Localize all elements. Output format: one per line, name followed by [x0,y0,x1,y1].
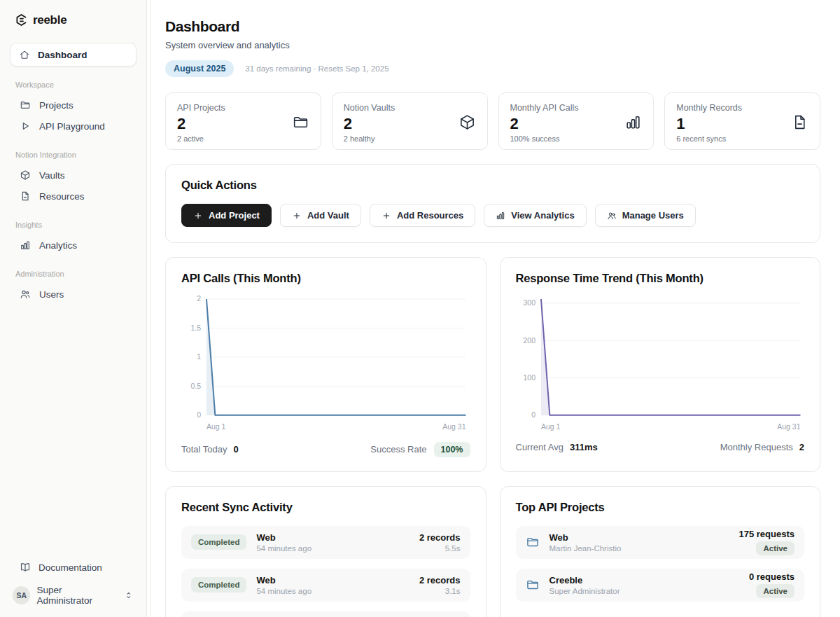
active-badge: Active [756,541,794,555]
response-time-line-chart: 0100200300Aug 1Aug 31 [516,293,805,435]
user-menu[interactable]: SA Super Administrator [10,578,136,606]
stat-card-monthly-records[interactable]: Monthly Records 1 6 recent syncs [664,92,820,150]
period-note: 31 days remaining · Resets Sep 1, 2025 [245,64,388,73]
section-label-administration: Administration [15,270,136,278]
sync-duration: 5.5s [419,544,461,553]
add-resources-button[interactable]: Add Resources [370,204,475,227]
plus-icon [382,211,391,221]
sidebar-item-label: Dashboard [38,50,88,60]
manage-users-button[interactable]: Manage Users [595,204,696,227]
stat-card-api-projects[interactable]: API Projects 2 2 active [165,92,321,150]
sidebar-item-dashboard[interactable]: Dashboard [10,43,136,67]
svg-text:0: 0 [197,411,201,419]
sidebar-item-resources[interactable]: Resources [10,186,136,207]
view-analytics-button[interactable]: View Analytics [484,204,586,227]
quick-actions-title: Quick Actions [181,179,804,192]
stat-cards: API Projects 2 2 active Notion Vaults 2 … [165,92,820,150]
sidebar-item-label: Projects [39,100,74,111]
brand-text: reeble [33,13,66,27]
top-projects-title: Top API Projects [516,501,805,514]
svg-text:Aug 31: Aug 31 [442,423,465,431]
quick-actions-buttons: Add Project Add Vault Add Resources View… [181,204,804,227]
play-icon [20,120,31,132]
project-owner: Martin Jean-Christio [550,544,739,553]
sidebar-item-users[interactable]: Users [10,284,136,305]
users-icon [20,289,31,300]
plus-icon [292,211,302,221]
stat-card-notion-vaults[interactable]: Notion Vaults 2 2 healthy [332,92,488,150]
stat-label: Monthly Records [676,103,808,113]
sync-activity-list: Completed Web 54 minutes ago 2 records 5… [181,526,470,617]
svg-text:1.5: 1.5 [190,324,201,332]
stat-sub: 100% success [510,134,643,143]
sidebar-item-label: Analytics [39,240,77,251]
sidebar-item-label: Resources [39,191,85,202]
sync-records: 2 records [419,575,461,585]
stat-label: Notion Vaults [344,103,476,113]
api-calls-chart-panel: API Calls (This Month) 00.511.52Aug 1Aug… [165,257,486,472]
users-icon [607,211,617,221]
stat-label: API Projects [177,103,309,113]
stat-sub: 2 healthy [344,134,476,143]
svg-text:2: 2 [197,295,201,303]
sidebar-item-label: API Playground [39,121,105,132]
section-label-insights: Insights [15,221,136,229]
brand-logo: reeble [10,13,136,27]
chart-title: API Calls (This Month) [181,272,470,285]
sidebar-item-vaults[interactable]: Vaults [10,165,136,186]
svg-text:Aug 1: Aug 1 [206,423,226,431]
svg-text:0.5: 0.5 [190,382,201,390]
success-rate-badge: 100% [434,442,470,457]
period-row: August 2025 31 days remaining · Resets S… [165,60,820,77]
home-icon [19,49,30,60]
footer-value: 2 [799,442,804,452]
project-row[interactable]: Web Martin Jean-Christio 175 requests Ac… [516,526,805,559]
response-time-chart-panel: Response Time Trend (This Month) 0100200… [500,257,821,472]
add-vault-button[interactable]: Add Vault [280,204,361,227]
active-badge: Active [756,584,794,598]
status-badge: Completed [191,577,246,592]
footer-label: Total Today [181,444,227,455]
button-label: Manage Users [622,210,684,221]
plus-icon [193,211,203,221]
project-requests: 175 requests [739,529,795,539]
charts-row: API Calls (This Month) 00.511.52Aug 1Aug… [165,257,820,472]
sync-row[interactable]: Completed Web 54 minutes ago 2 records 5… [181,526,470,559]
sync-name: Web [256,532,419,543]
main-content: Dashboard System overview and analytics … [151,0,840,617]
folder-icon [292,113,309,134]
sync-row-partial[interactable] [181,611,470,617]
sidebar-item-api-playground[interactable]: API Playground [10,116,136,137]
button-label: Add Resources [397,210,463,221]
recent-sync-activity-panel: Recent Sync Activity Completed Web 54 mi… [165,486,486,617]
book-icon [20,562,31,573]
creeble-logo-icon [14,13,29,27]
stat-value: 2 [177,115,309,133]
api-calls-line-chart: 00.511.52Aug 1Aug 31 [181,293,470,435]
quick-actions-panel: Quick Actions Add Project Add Vault Add … [165,164,820,243]
bar-chart-icon [20,240,31,251]
project-name: Creeble [550,575,749,585]
status-badge: Completed [191,534,246,550]
sidebar-item-documentation[interactable]: Documentation [10,557,136,578]
sync-time: 54 minutes ago [256,544,419,553]
sidebar-item-analytics[interactable]: Analytics [10,235,136,256]
avatar: SA [13,586,30,604]
add-project-button[interactable]: Add Project [181,204,272,227]
bar-chart-icon [624,113,642,134]
sync-row[interactable]: Completed Web 54 minutes ago 2 records 3… [181,569,470,602]
sync-duration: 3.1s [419,587,461,595]
project-row[interactable]: Creeble Super Administrator 0 requests A… [516,569,805,602]
stat-value: 2 [344,115,476,133]
sync-time: 54 minutes ago [256,587,419,595]
stat-card-monthly-api-calls[interactable]: Monthly API Calls 2 100% success [498,92,654,150]
button-label: Add Vault [307,210,349,221]
folder-icon [20,99,31,111]
footer-label: Monthly Requests [720,442,793,452]
button-label: View Analytics [511,210,574,221]
sidebar-item-projects[interactable]: Projects [10,95,136,116]
cube-icon [20,169,31,181]
svg-text:200: 200 [523,337,536,345]
button-label: Add Project [209,210,260,221]
sync-records: 2 records [419,532,461,543]
